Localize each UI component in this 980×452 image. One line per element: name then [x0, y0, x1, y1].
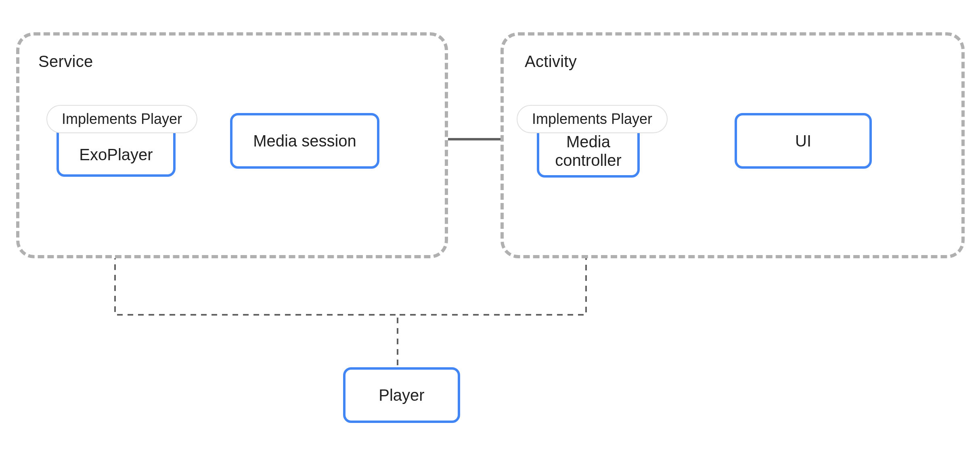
node-exoplayer-label: ExoPlayer: [79, 145, 153, 164]
diagram-canvas: Service Activity ExoPlayer Implements Pl…: [0, 0, 980, 452]
node-player: Player: [343, 367, 460, 423]
activity-container-label: Activity: [525, 52, 577, 71]
node-media-session: Media session: [230, 113, 379, 169]
node-player-label: Player: [379, 386, 424, 404]
node-ui: UI: [735, 113, 872, 169]
node-media-controller-label: Media controller: [555, 132, 622, 170]
node-media-session-label: Media session: [253, 132, 356, 150]
service-container-label: Service: [38, 52, 93, 71]
chip-exoplayer-implements: Implements Player: [46, 105, 197, 133]
node-ui-label: UI: [795, 132, 811, 150]
chip-mediacontroller-implements: Implements Player: [517, 105, 668, 133]
